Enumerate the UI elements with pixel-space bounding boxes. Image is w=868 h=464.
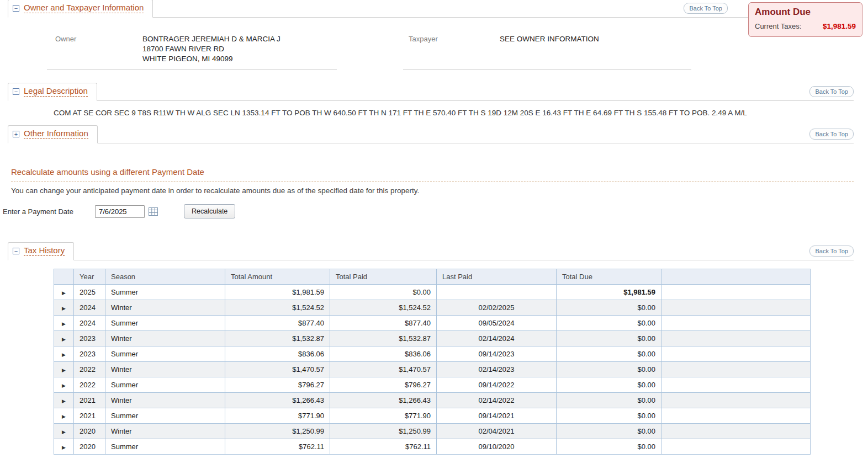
cell-year: 2021 (74, 393, 105, 408)
cell-year: 2024 (74, 300, 105, 316)
table-header-row: Year Season Total Amount Total Paid Last… (54, 269, 811, 285)
cell-last-paid: 09/10/2020 (437, 439, 557, 455)
cell-year: 2022 (74, 377, 105, 393)
cell-total-amount: $1,981.59 (225, 285, 330, 300)
expand-arrow-icon[interactable]: ▶ (62, 306, 66, 311)
row-expand-cell[interactable]: ▶ (54, 300, 74, 316)
expand-arrow-icon[interactable]: ▶ (62, 367, 66, 373)
cell-total-amount: $877.40 (225, 316, 330, 331)
expand-icon[interactable]: + (13, 131, 19, 137)
table-row[interactable]: ▶ 2023 Winter $1,532.87 $1,532.87 02/14/… (54, 331, 811, 346)
row-expand-cell[interactable]: ▶ (54, 285, 74, 300)
cell-total-due: $0.00 (557, 316, 661, 331)
owner-name-line: BONTRAGER JEREMIAH D & MARCIA J (142, 34, 280, 44)
expand-arrow-icon[interactable]: ▶ (62, 337, 66, 342)
cell-last-paid: 02/02/2025 (437, 300, 557, 316)
expand-arrow-icon[interactable]: ▶ (62, 414, 66, 419)
collapse-icon[interactable]: − (13, 88, 19, 95)
current-taxes-label: Current Taxes: (755, 22, 801, 30)
expand-arrow-icon[interactable]: ▶ (62, 445, 66, 450)
other-section-title[interactable]: Other Information (24, 129, 88, 139)
cell-season: Winter (105, 424, 225, 439)
cell-total-due: $0.00 (557, 393, 661, 408)
cell-last-paid: 02/04/2021 (437, 424, 557, 439)
cell-season: Winter (105, 393, 225, 408)
expand-arrow-icon[interactable]: ▶ (62, 383, 66, 388)
cell-filler (661, 377, 811, 393)
row-expand-cell[interactable]: ▶ (54, 377, 74, 393)
tax-history-table: Year Season Total Amount Total Paid Last… (54, 269, 811, 455)
table-row[interactable]: ▶ 2020 Winter $1,250.99 $1,250.99 02/04/… (54, 424, 811, 439)
back-to-top-button[interactable]: Back To Top (684, 3, 728, 14)
table-row[interactable]: ▶ 2022 Summer $796.27 $796.27 09/14/2022… (54, 377, 811, 393)
expand-arrow-icon[interactable]: ▶ (62, 429, 66, 435)
owner-field: Owner BONTRAGER JEREMIAH D & MARCIA J 18… (47, 34, 337, 70)
collapse-icon[interactable]: − (13, 248, 19, 254)
expand-arrow-icon[interactable]: ▶ (62, 321, 66, 327)
cell-filler (661, 285, 811, 300)
cell-total-paid: $1,470.57 (330, 362, 437, 377)
row-expand-cell[interactable]: ▶ (54, 439, 74, 455)
cell-total-amount: $1,532.87 (225, 331, 330, 346)
header-year: Year (74, 269, 105, 285)
tax-history-section-tab: − Tax History (8, 242, 74, 260)
row-expand-cell[interactable]: ▶ (54, 331, 74, 346)
back-to-top-button[interactable]: Back To Top (809, 246, 854, 257)
cell-season: Summer (105, 377, 225, 393)
table-row[interactable]: ▶ 2025 Summer $1,981.59 $0.00 $1,981.59 (54, 285, 811, 300)
back-to-top-button[interactable]: Back To Top (809, 129, 854, 140)
legal-description-text: COM AT SE COR SEC 9 T8S R11W TH W ALG SE… (54, 109, 854, 117)
row-expand-cell[interactable]: ▶ (54, 346, 74, 362)
taxpayer-value: SEE OWNER INFORMATION (500, 34, 599, 64)
table-row[interactable]: ▶ 2020 Summer $762.11 $762.11 09/10/2020… (54, 439, 811, 455)
cell-total-due: $0.00 (557, 300, 661, 316)
cell-year: 2025 (74, 285, 105, 300)
other-section-header: + Other Information Back To Top (8, 127, 854, 143)
row-expand-cell[interactable]: ▶ (54, 362, 74, 377)
cell-total-paid: $1,266.43 (330, 393, 437, 408)
tax-history-section-title[interactable]: Tax History (24, 246, 65, 256)
table-row[interactable]: ▶ 2021 Summer $771.90 $771.90 09/14/2021… (54, 408, 811, 424)
recalculate-button[interactable]: Recalculate (184, 204, 235, 218)
row-expand-cell[interactable]: ▶ (54, 393, 74, 408)
cell-last-paid: 09/05/2024 (437, 316, 557, 331)
expand-arrow-icon[interactable]: ▶ (62, 398, 66, 404)
collapse-icon[interactable]: − (13, 5, 19, 12)
cell-total-paid: $762.11 (330, 439, 437, 455)
row-expand-cell[interactable]: ▶ (54, 316, 74, 331)
payment-date-input[interactable] (95, 205, 145, 218)
owner-city-line: WHITE PIGEON, MI 49099 (142, 54, 280, 64)
header-total-paid: Total Paid (330, 269, 437, 285)
taxpayer-field: Taxpayer SEE OWNER INFORMATION (403, 34, 691, 70)
legal-section-title[interactable]: Legal Description (24, 86, 88, 97)
owner-section-title[interactable]: Owner and Taxpayer Information (24, 3, 144, 13)
expand-arrow-icon[interactable]: ▶ (62, 352, 66, 358)
cell-total-amount: $762.11 (225, 439, 330, 455)
table-row[interactable]: ▶ 2023 Summer $836.06 $836.06 09/14/2023… (54, 346, 811, 362)
header-filler-col (661, 269, 811, 285)
table-row[interactable]: ▶ 2024 Winter $1,524.52 $1,524.52 02/02/… (54, 300, 811, 316)
cell-year: 2023 (74, 331, 105, 346)
cell-total-due: $0.00 (557, 346, 661, 362)
other-section-tab: + Other Information (8, 125, 98, 143)
cell-filler (661, 346, 811, 362)
table-row[interactable]: ▶ 2021 Winter $1,266.43 $1,266.43 02/14/… (54, 393, 811, 408)
row-expand-cell[interactable]: ▶ (54, 424, 74, 439)
table-row[interactable]: ▶ 2022 Winter $1,470.57 $1,470.57 02/14/… (54, 362, 811, 377)
table-row[interactable]: ▶ 2024 Summer $877.40 $877.40 09/05/2024… (54, 316, 811, 331)
cell-season: Summer (105, 316, 225, 331)
cell-total-amount: $1,470.57 (225, 362, 330, 377)
cell-total-paid: $877.40 (330, 316, 437, 331)
cell-total-paid: $0.00 (330, 285, 437, 300)
cell-total-amount: $771.90 (225, 408, 330, 424)
row-expand-cell[interactable]: ▶ (54, 408, 74, 424)
back-to-top-button[interactable]: Back To Top (809, 86, 854, 97)
header-season: Season (105, 269, 225, 285)
calendar-icon[interactable] (149, 207, 158, 216)
cell-season: Summer (105, 285, 225, 300)
expand-arrow-icon[interactable]: ▶ (62, 290, 66, 296)
amount-due-title: Amount Due (755, 7, 856, 18)
cell-total-amount: $1,250.99 (225, 424, 330, 439)
cell-total-amount: $1,524.52 (225, 300, 330, 316)
cell-total-amount: $836.06 (225, 346, 330, 362)
